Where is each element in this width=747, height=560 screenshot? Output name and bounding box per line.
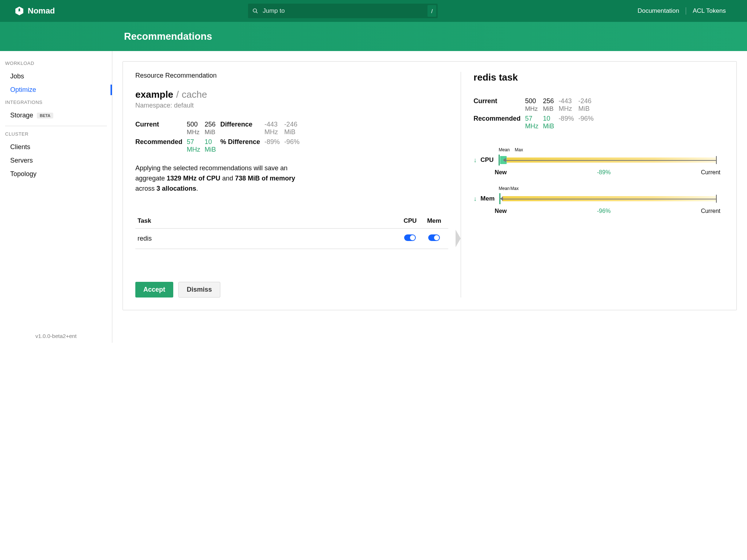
search-icon [252,8,258,14]
main: Resource Recommendation example / cache … [112,51,747,343]
topbar: Nomad / Documentation ACL Tokens [0,0,747,22]
mem-chart: ↓ Mem Mean Max New [473,192,724,214]
search-wrap: / [248,4,438,18]
explain-text: Applying the selected recommendations wi… [135,163,296,194]
summary-pane: Resource Recommendation example / cache … [135,72,461,298]
svg-point-2 [253,9,256,12]
nomad-icon [15,6,24,16]
page-header: Recommendations [0,22,747,51]
documentation-link[interactable]: Documentation [631,7,686,15]
sidebar-item-clients[interactable]: Clients [0,140,112,154]
search-input[interactable] [248,4,438,18]
sidebar-section-workload: WORKLOAD [0,58,112,70]
sidebar-section-integrations: INTEGRATIONS [0,97,112,109]
sidebar: WORKLOAD Jobs Optimize INTEGRATIONS Stor… [0,51,112,343]
actions: Accept Dismiss [135,282,448,298]
cpu-chart: ↓ CPU Mean Max [473,153,724,176]
beta-badge: BETA [37,113,53,118]
cpu-toggle[interactable] [404,234,416,241]
task-name: redis [138,235,398,242]
top-links: Documentation ACL Tokens [631,7,732,15]
namespace-value: default [174,102,194,109]
down-arrow-icon: ↓ [473,195,477,203]
version-string: v1.0.0-beta2+ent [0,333,112,339]
task-title: redis task [473,72,724,83]
acl-tokens-link[interactable]: ACL Tokens [686,7,732,15]
sidebar-divider [5,126,107,126]
stats-grid-left: Current Recommended 500MHz 57MHz 256MiB … [135,120,448,155]
sidebar-item-optimize[interactable]: Optimize [0,83,112,97]
sidebar-section-cluster: CLUSTER [0,128,112,140]
sidebar-item-servers[interactable]: Servers [0,154,112,167]
group-name: cache [182,89,207,100]
sidebar-item-jobs[interactable]: Jobs [0,70,112,83]
dismiss-button[interactable]: Dismiss [178,282,220,298]
job-name: example [135,89,173,100]
down-arrow-icon: ↓ [473,156,477,164]
task-row[interactable]: redis [135,229,448,249]
logo[interactable]: Nomad [15,6,55,16]
accept-button[interactable]: Accept [135,282,173,298]
task-table-header: Task CPU Mem [135,214,448,229]
task-pane: redis task Current Recommended 500MHz 57… [461,72,724,298]
job-group-title: example / cache [135,89,448,100]
section-label: Resource Recommendation [135,72,448,79]
slash-key: / [427,5,436,17]
app-name: Nomad [28,6,55,16]
recommendation-card: Resource Recommendation example / cache … [123,61,737,310]
stats-grid-right: Current Recommended 500MHz 57MHz 256MiB … [473,96,724,131]
sidebar-item-storage[interactable]: Storage BETA [0,109,112,122]
sidebar-item-topology[interactable]: Topology [0,167,112,181]
task-table: Task CPU Mem redis [135,214,448,249]
svg-line-3 [256,12,258,13]
namespace-line: Namespace: default [135,102,448,109]
page-title: Recommendations [124,31,212,42]
mem-toggle[interactable] [428,234,440,241]
